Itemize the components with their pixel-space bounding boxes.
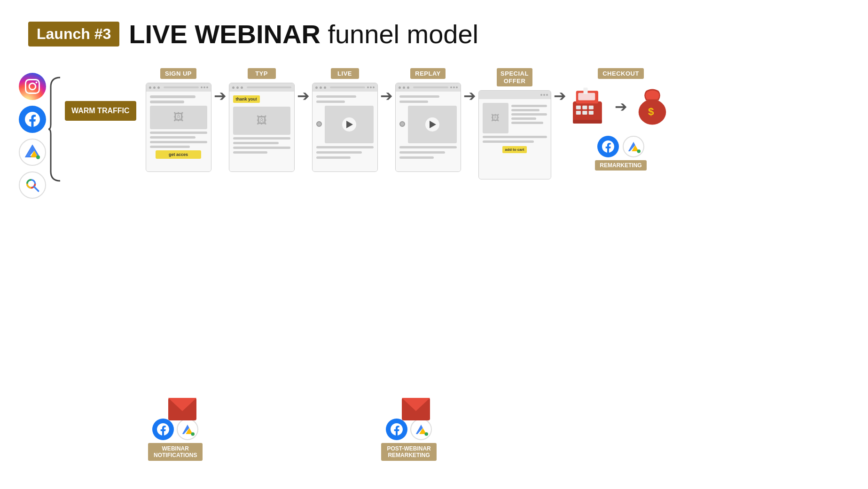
post-webinar-remarketing-label: POST-WEBINARREMARKETING (381, 443, 436, 461)
arrow-4: ➔ (463, 87, 476, 105)
svg-point-26 (191, 432, 195, 436)
arrow-1: ➔ (214, 87, 227, 105)
launch-badge: Launch #3 (28, 22, 119, 47)
step-checkout-label: CHECKOUT (598, 68, 644, 79)
step-live: LIVE (312, 68, 378, 172)
bottom-notifications: WEBINARNOTIFICATIONS (0, 398, 868, 461)
svg-point-29 (425, 432, 429, 436)
brace-symbol (46, 73, 65, 186)
special-offer-browser: 🖼 add to cart (478, 90, 551, 179)
step-special-offer-label: SPECIALOFFER (497, 68, 532, 86)
step-typ: TYP thank you! 🖼 (229, 68, 295, 172)
live-browser (312, 83, 378, 172)
cash-register-icon (569, 85, 611, 128)
svg-point-2 (36, 155, 40, 159)
arrow-2: ➔ (297, 87, 310, 105)
svg-line-7 (34, 186, 39, 191)
webinar-notif-facebook-icon (152, 419, 174, 440)
webinar-envelope-icon (168, 398, 196, 420)
post-webinar-envelope-icon (402, 398, 430, 420)
add-to-cart-badge[interactable]: add to cart (502, 146, 527, 153)
remarketing-section: REMARKETING (595, 136, 646, 171)
step-replay: REPLAY (395, 68, 461, 172)
remarketing-google-ads-icon (623, 136, 644, 157)
step-checkout: CHECKOUT (569, 68, 673, 171)
step-typ-label: TYP (248, 68, 276, 79)
page-title: LIVE WEBINAR funnel model (129, 19, 478, 49)
step-signup-label: SIGN UP (160, 68, 196, 79)
cash-register-svg (569, 85, 611, 128)
title-bold: LIVE WEBINAR (129, 19, 321, 49)
remarketing-facebook-icon (597, 136, 619, 157)
svg-rect-12 (582, 106, 587, 109)
svg-rect-10 (578, 93, 595, 101)
get-access-button[interactable]: get acces (156, 150, 202, 159)
signup-browser: 🖼 get acces (146, 83, 211, 172)
step-live-label: LIVE (331, 68, 359, 79)
traffic-sources (19, 73, 46, 199)
thank-you-badge: thank you! (233, 95, 260, 103)
step-special-offer: SPECIALOFFER 🖼 (478, 68, 551, 179)
title-light: funnel model (321, 19, 478, 49)
webinar-notifications-label: WEBINARNOTIFICATIONS (148, 443, 203, 461)
svg-rect-16 (588, 111, 593, 115)
arrow-3: ➔ (380, 87, 393, 105)
svg-rect-11 (576, 106, 580, 109)
svg-rect-15 (582, 111, 587, 115)
brace-svg (46, 73, 65, 186)
step-replay-label: REPLAY (410, 68, 446, 79)
arrow-6: ➔ (615, 98, 627, 116)
svg-rect-19 (583, 88, 587, 94)
remarketing-label: REMARKETING (595, 160, 646, 171)
post-webinar-remarketing-group: POST-WEBINARREMARKETING (381, 398, 436, 461)
instagram-icon (19, 73, 46, 100)
header: Launch #3 LIVE WEBINAR funnel model (0, 0, 868, 59)
post-webinar-google-icon (410, 419, 432, 440)
svg-rect-13 (588, 106, 593, 109)
svg-rect-17 (576, 116, 593, 120)
webinar-notif-google-icon (177, 419, 198, 440)
warm-traffic-label: WARM TRAFFIC (65, 101, 136, 121)
svg-text:$: $ (648, 106, 654, 117)
money-bag-icon: $ (631, 85, 673, 129)
search-icon (19, 171, 46, 199)
step-signup: SIGN UP 🖼 get acces (146, 68, 211, 172)
svg-rect-18 (573, 120, 602, 124)
svg-point-22 (637, 149, 641, 153)
post-webinar-facebook-icon (386, 419, 407, 440)
facebook-icon (19, 106, 46, 133)
typ-browser: thank you! 🖼 (229, 83, 295, 172)
funnel-flow: SIGN UP 🖼 get acces (146, 68, 673, 179)
svg-rect-14 (576, 111, 580, 115)
arrow-5: ➔ (554, 87, 566, 105)
money-bag-svg: $ (631, 85, 673, 127)
google-ads-icon (19, 139, 46, 166)
webinar-notifications-group: WEBINARNOTIFICATIONS (148, 398, 203, 461)
replay-browser (395, 83, 461, 172)
